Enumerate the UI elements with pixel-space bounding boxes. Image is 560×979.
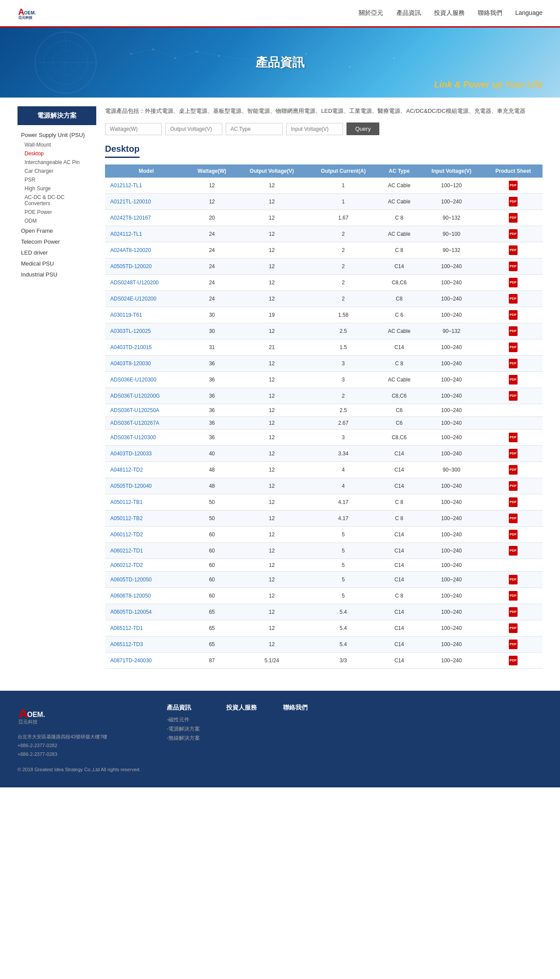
nav-contact[interactable]: 聯絡我們 [478, 9, 502, 17]
cell-pdf[interactable]: PDF [484, 307, 542, 323]
cell-pdf[interactable]: PDF [484, 388, 542, 404]
sidebar-item-ac-dc[interactable]: AC-DC & DC-DC Converters [18, 193, 96, 208]
cell-pdf[interactable]: PDF [484, 478, 542, 494]
cell-pdf [484, 417, 542, 430]
pdf-icon[interactable]: PDF [509, 530, 518, 539]
cell-pdf[interactable]: PDF [484, 462, 542, 478]
pdf-icon[interactable]: PDF [509, 575, 518, 584]
output-voltage-input[interactable] [165, 123, 222, 135]
sidebar-item-poe[interactable]: POE Power [18, 208, 96, 217]
cell-pdf[interactable]: PDF [484, 194, 542, 210]
pdf-icon[interactable]: PDF [509, 623, 518, 633]
nav-products[interactable]: 產品資訊 [396, 9, 421, 17]
query-button[interactable]: Query [346, 122, 379, 135]
footer-link-magnetic[interactable]: -磁性元件 [167, 716, 200, 724]
cell-pdf[interactable]: PDF [484, 356, 542, 372]
sidebar-item-wall-mount[interactable]: Wall-Mount [18, 140, 96, 149]
cell-pdf[interactable]: PDF [484, 620, 542, 636]
pdf-icon[interactable]: PDF [509, 497, 518, 507]
pdf-icon[interactable]: PDF [509, 449, 518, 458]
sidebar-item-industrial[interactable]: Industrial PSU [18, 269, 96, 280]
pdf-icon[interactable]: PDF [509, 359, 518, 368]
input-voltage-input[interactable] [286, 123, 343, 135]
cell-ac-type: C14 [379, 653, 419, 669]
sidebar-item-open-frame[interactable]: Open Frame [18, 225, 96, 236]
cell-pdf[interactable]: PDF [484, 527, 542, 543]
intro-text: 電源產品包括：外接式電源、桌上型電源、基板型電源、智能電源、物聯網應用電源、LE… [105, 106, 542, 116]
cell-pdf[interactable]: PDF [484, 510, 542, 527]
cell-pdf[interactable]: PDF [484, 210, 542, 226]
footer-link-wireless[interactable]: -無線解決方案 [167, 734, 200, 742]
table-row: A024112-TL1 24 12 2 AC Cable 90~100 PDF [105, 226, 542, 242]
cell-pdf[interactable]: PDF [484, 372, 542, 388]
sidebar-item-car-charger[interactable]: Car Charger [18, 167, 96, 175]
cell-pdf[interactable]: PDF [484, 636, 542, 653]
cell-output-v: 12 [236, 372, 307, 388]
sidebar-item-psr[interactable]: PSR [18, 175, 96, 184]
pdf-icon[interactable]: PDF [509, 391, 518, 401]
table-row: A0242T8-120167 20 12 1.67 C 8 90~132 PDF [105, 210, 542, 226]
cell-pdf[interactable]: PDF [484, 430, 542, 446]
cell-pdf[interactable]: PDF [484, 543, 542, 559]
sidebar-item-psu[interactable]: Power Supply Unit (PSU) [18, 129, 96, 140]
footer-link-power[interactable]: -電源解決方案 [167, 725, 200, 733]
cell-pdf[interactable]: PDF [484, 494, 542, 510]
pdf-icon[interactable]: PDF [509, 278, 518, 287]
cell-ac-type: C14 [379, 620, 419, 636]
pdf-icon[interactable]: PDF [509, 546, 518, 556]
nav-language[interactable]: Language [515, 9, 542, 17]
cell-wattage: 36 [188, 417, 236, 430]
cell-pdf[interactable]: PDF [484, 242, 542, 259]
cell-input-v: 100~240 [419, 653, 484, 669]
pdf-icon[interactable]: PDF [509, 656, 518, 665]
cell-input-v: 100~240 [419, 430, 484, 446]
pdf-icon[interactable]: PDF [509, 197, 518, 206]
pdf-icon[interactable]: PDF [509, 465, 518, 475]
table-row: ADS024E-U120200 24 12 2 C8 100~240 PDF [105, 291, 542, 307]
sidebar-item-high-surge[interactable]: High Surge [18, 184, 96, 193]
sidebar-item-interchangeable[interactable]: Interchangeable AC Pin [18, 158, 96, 167]
nav-about[interactable]: 關於亞元 [359, 9, 383, 17]
sidebar-item-led[interactable]: LED driver [18, 247, 96, 258]
cell-pdf[interactable]: PDF [484, 178, 542, 194]
pdf-icon[interactable]: PDF [509, 213, 518, 223]
cell-pdf[interactable]: PDF [484, 226, 542, 242]
pdf-icon[interactable]: PDF [509, 640, 518, 649]
pdf-icon[interactable]: PDF [509, 245, 518, 255]
cell-pdf[interactable]: PDF [484, 275, 542, 291]
pdf-icon[interactable]: PDF [509, 229, 518, 239]
cell-pdf[interactable]: PDF [484, 572, 542, 588]
sidebar-item-odm[interactable]: ODM [18, 217, 96, 225]
pdf-icon[interactable]: PDF [509, 262, 518, 271]
cell-output-c: 5 [307, 559, 379, 572]
pdf-icon[interactable]: PDF [509, 294, 518, 304]
wattage-input[interactable] [105, 123, 162, 135]
sidebar-item-telecom[interactable]: Telecom Power [18, 236, 96, 247]
sidebar-item-medical[interactable]: Medical PSU [18, 258, 96, 269]
cell-input-v: 100~240 [419, 372, 484, 388]
sidebar-item-desktop[interactable]: Desktop [18, 149, 96, 158]
pdf-icon[interactable]: PDF [509, 433, 518, 442]
svg-text:亞元科技: 亞元科技 [18, 719, 38, 724]
footer-logo-section: A OEM. 亞元科技 台北市大安區基隆路四段43號研揚大樓7樓 +886-2-… [18, 704, 140, 774]
cell-pdf[interactable]: PDF [484, 604, 542, 620]
pdf-icon[interactable]: PDF [509, 375, 518, 385]
pdf-icon[interactable]: PDF [509, 591, 518, 601]
pdf-icon[interactable]: PDF [509, 343, 518, 352]
cell-pdf[interactable]: PDF [484, 323, 542, 339]
pdf-icon[interactable]: PDF [509, 607, 518, 617]
pdf-icon[interactable]: PDF [509, 181, 518, 190]
cell-pdf[interactable]: PDF [484, 588, 542, 604]
pdf-icon[interactable]: PDF [509, 514, 518, 523]
cell-pdf[interactable]: PDF [484, 653, 542, 669]
pdf-icon[interactable]: PDF [509, 481, 518, 491]
cell-pdf[interactable]: PDF [484, 339, 542, 356]
pdf-icon[interactable]: PDF [509, 326, 518, 336]
cell-model: ADS036T-U120200G [105, 388, 188, 404]
cell-pdf[interactable]: PDF [484, 259, 542, 275]
cell-pdf[interactable]: PDF [484, 446, 542, 462]
ac-type-input[interactable] [226, 123, 283, 135]
pdf-icon[interactable]: PDF [509, 310, 518, 320]
nav-investor[interactable]: 投資人服務 [434, 9, 465, 17]
cell-pdf[interactable]: PDF [484, 291, 542, 307]
